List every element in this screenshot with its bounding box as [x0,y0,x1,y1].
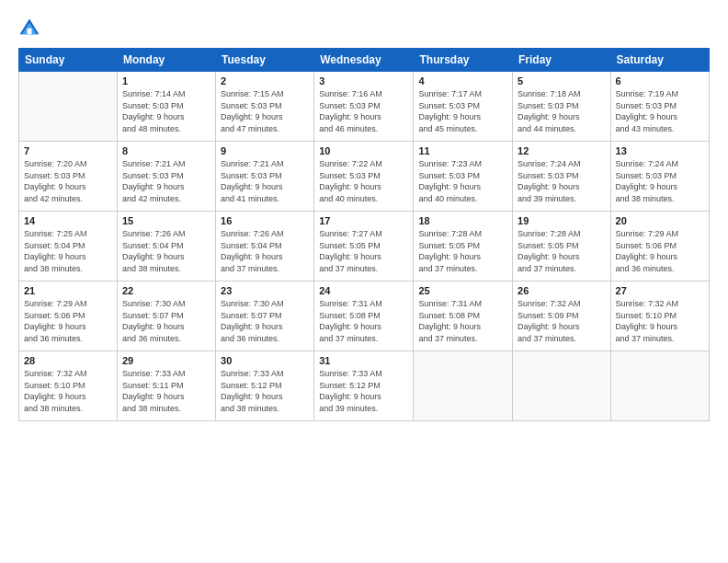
day-info: Sunrise: 7:33 AM Sunset: 5:11 PM Dayligh… [122,368,210,414]
day-info: Sunrise: 7:31 AM Sunset: 5:08 PM Dayligh… [319,298,408,344]
calendar-cell: 22Sunrise: 7:30 AM Sunset: 5:07 PM Dayli… [117,282,215,351]
day-number: 7 [24,145,112,156]
day-info: Sunrise: 7:25 AM Sunset: 5:04 PM Dayligh… [24,228,112,274]
day-number: 9 [221,145,309,156]
day-info: Sunrise: 7:24 AM Sunset: 5:03 PM Dayligh… [616,158,704,204]
calendar-cell: 31Sunrise: 7:33 AM Sunset: 5:12 PM Dayli… [314,351,414,421]
day-number: 1 [122,75,210,86]
calendar-cell: 25Sunrise: 7:31 AM Sunset: 5:08 PM Dayli… [414,282,513,351]
day-number: 8 [122,145,210,156]
day-info: Sunrise: 7:26 AM Sunset: 5:04 PM Dayligh… [122,228,210,274]
day-number: 14 [24,215,112,226]
day-number: 23 [221,285,309,296]
day-number: 31 [319,355,408,366]
day-info: Sunrise: 7:28 AM Sunset: 5:05 PM Dayligh… [518,228,606,274]
day-info: Sunrise: 7:27 AM Sunset: 5:05 PM Dayligh… [319,228,408,274]
calendar-cell: 5Sunrise: 7:18 AM Sunset: 5:03 PM Daylig… [513,72,611,142]
calendar-cell: 20Sunrise: 7:29 AM Sunset: 5:06 PM Dayli… [610,212,709,282]
day-number: 13 [616,145,704,156]
day-number: 15 [122,215,210,226]
day-info: Sunrise: 7:21 AM Sunset: 5:03 PM Dayligh… [122,158,210,204]
day-info: Sunrise: 7:18 AM Sunset: 5:03 PM Dayligh… [518,88,606,134]
calendar-cell: 2Sunrise: 7:15 AM Sunset: 5:03 PM Daylig… [216,72,314,142]
day-number: 28 [24,355,112,366]
day-info: Sunrise: 7:32 AM Sunset: 5:09 PM Dayligh… [518,298,606,344]
calendar-day-header: Friday [513,49,611,72]
calendar-cell [610,351,709,421]
day-info: Sunrise: 7:33 AM Sunset: 5:12 PM Dayligh… [221,368,309,414]
calendar-cell: 29Sunrise: 7:33 AM Sunset: 5:11 PM Dayli… [117,351,215,421]
calendar-cell: 8Sunrise: 7:21 AM Sunset: 5:03 PM Daylig… [117,142,215,212]
day-number: 30 [221,355,309,366]
day-info: Sunrise: 7:24 AM Sunset: 5:03 PM Dayligh… [518,158,606,204]
day-number: 17 [319,215,408,226]
day-number: 26 [518,285,606,296]
calendar-cell: 14Sunrise: 7:25 AM Sunset: 5:04 PM Dayli… [19,212,118,282]
day-info: Sunrise: 7:19 AM Sunset: 5:03 PM Dayligh… [616,88,704,134]
calendar-day-header: Wednesday [314,49,414,72]
calendar-cell: 4Sunrise: 7:17 AM Sunset: 5:03 PM Daylig… [414,72,513,142]
day-number: 10 [319,145,408,156]
calendar-cell: 17Sunrise: 7:27 AM Sunset: 5:05 PM Dayli… [314,212,414,282]
calendar-table: SundayMondayTuesdayWednesdayThursdayFrid… [18,48,710,421]
day-number: 11 [418,145,507,156]
day-number: 3 [319,75,408,86]
calendar-day-header: Sunday [19,49,118,72]
calendar-cell: 12Sunrise: 7:24 AM Sunset: 5:03 PM Dayli… [513,142,611,212]
calendar-page: SundayMondayTuesdayWednesdayThursdayFrid… [0,0,728,563]
day-info: Sunrise: 7:32 AM Sunset: 5:10 PM Dayligh… [24,368,112,414]
calendar-cell: 7Sunrise: 7:20 AM Sunset: 5:03 PM Daylig… [19,142,118,212]
day-info: Sunrise: 7:29 AM Sunset: 5:06 PM Dayligh… [616,228,704,274]
calendar-day-header: Saturday [610,49,709,72]
day-info: Sunrise: 7:16 AM Sunset: 5:03 PM Dayligh… [319,88,408,134]
calendar-cell: 10Sunrise: 7:22 AM Sunset: 5:03 PM Dayli… [314,142,414,212]
day-info: Sunrise: 7:17 AM Sunset: 5:03 PM Dayligh… [418,88,507,134]
day-info: Sunrise: 7:14 AM Sunset: 5:03 PM Dayligh… [122,88,210,134]
day-number: 16 [221,215,309,226]
calendar-cell: 16Sunrise: 7:26 AM Sunset: 5:04 PM Dayli… [216,212,314,282]
day-info: Sunrise: 7:30 AM Sunset: 5:07 PM Dayligh… [221,298,309,344]
calendar-cell: 23Sunrise: 7:30 AM Sunset: 5:07 PM Dayli… [216,282,314,351]
calendar-cell: 30Sunrise: 7:33 AM Sunset: 5:12 PM Dayli… [216,351,314,421]
day-number: 5 [518,75,606,86]
calendar-cell: 13Sunrise: 7:24 AM Sunset: 5:03 PM Dayli… [610,142,709,212]
calendar-cell: 24Sunrise: 7:31 AM Sunset: 5:08 PM Dayli… [314,282,414,351]
day-number: 21 [24,285,112,296]
day-info: Sunrise: 7:26 AM Sunset: 5:04 PM Dayligh… [221,228,309,274]
calendar-cell: 3Sunrise: 7:16 AM Sunset: 5:03 PM Daylig… [314,72,414,142]
day-info: Sunrise: 7:23 AM Sunset: 5:03 PM Dayligh… [418,158,507,204]
calendar-cell [414,351,513,421]
logo [18,17,44,39]
page-header [18,17,710,39]
day-number: 25 [418,285,507,296]
calendar-week-row: 21Sunrise: 7:29 AM Sunset: 5:06 PM Dayli… [19,282,710,351]
calendar-header-row: SundayMondayTuesdayWednesdayThursdayFrid… [19,49,710,72]
calendar-day-header: Tuesday [216,49,314,72]
calendar-cell [19,72,118,142]
day-number: 22 [122,285,210,296]
day-info: Sunrise: 7:15 AM Sunset: 5:03 PM Dayligh… [221,88,309,134]
calendar-cell: 15Sunrise: 7:26 AM Sunset: 5:04 PM Dayli… [117,212,215,282]
day-info: Sunrise: 7:31 AM Sunset: 5:08 PM Dayligh… [418,298,507,344]
day-info: Sunrise: 7:29 AM Sunset: 5:06 PM Dayligh… [24,298,112,344]
logo-icon [18,17,40,39]
day-info: Sunrise: 7:30 AM Sunset: 5:07 PM Dayligh… [122,298,210,344]
day-number: 2 [221,75,309,86]
calendar-day-header: Monday [117,49,215,72]
calendar-cell: 28Sunrise: 7:32 AM Sunset: 5:10 PM Dayli… [19,351,118,421]
calendar-week-row: 1Sunrise: 7:14 AM Sunset: 5:03 PM Daylig… [19,72,710,142]
day-info: Sunrise: 7:33 AM Sunset: 5:12 PM Dayligh… [319,368,408,414]
day-info: Sunrise: 7:20 AM Sunset: 5:03 PM Dayligh… [24,158,112,204]
day-number: 24 [319,285,408,296]
day-number: 4 [418,75,507,86]
calendar-cell: 26Sunrise: 7:32 AM Sunset: 5:09 PM Dayli… [513,282,611,351]
calendar-cell [513,351,611,421]
day-info: Sunrise: 7:32 AM Sunset: 5:10 PM Dayligh… [616,298,704,344]
calendar-cell: 9Sunrise: 7:21 AM Sunset: 5:03 PM Daylig… [216,142,314,212]
calendar-cell: 27Sunrise: 7:32 AM Sunset: 5:10 PM Dayli… [610,282,709,351]
calendar-cell: 11Sunrise: 7:23 AM Sunset: 5:03 PM Dayli… [414,142,513,212]
day-number: 19 [518,215,606,226]
day-number: 27 [616,285,704,296]
calendar-cell: 18Sunrise: 7:28 AM Sunset: 5:05 PM Dayli… [414,212,513,282]
calendar-week-row: 28Sunrise: 7:32 AM Sunset: 5:10 PM Dayli… [19,351,710,421]
